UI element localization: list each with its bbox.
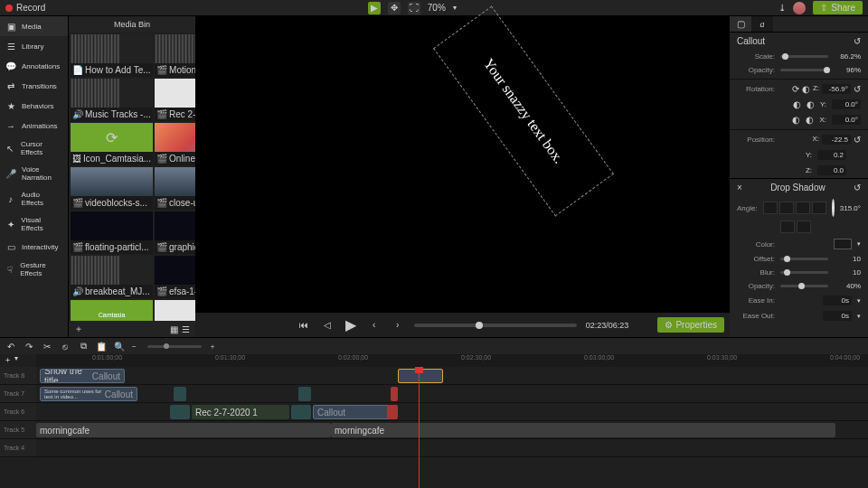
track-label[interactable]: Track 8 xyxy=(0,367,36,384)
easein-value[interactable]: 0s xyxy=(823,296,852,305)
cut-button[interactable]: ✂ xyxy=(42,341,52,352)
track-label[interactable]: Track 4 xyxy=(0,439,36,456)
zoom-level[interactable]: 70% xyxy=(428,3,446,13)
opacity-slider[interactable] xyxy=(780,69,828,71)
media-item[interactable]: 🔊breakbeat_MJ... xyxy=(71,256,153,298)
scale-slider[interactable] xyxy=(780,55,828,58)
shadow-color-well[interactable] xyxy=(834,239,852,249)
position-x[interactable]: -22.5 xyxy=(822,135,851,145)
redo-button[interactable]: ↷ xyxy=(24,341,34,352)
record-button[interactable]: Record xyxy=(5,3,45,13)
rotate-x-icon[interactable]: ◐ xyxy=(792,115,800,125)
visual-props-tab[interactable]: ▢ xyxy=(730,16,751,32)
shadow-opacity-slider[interactable] xyxy=(780,285,828,287)
clip-marker[interactable] xyxy=(391,387,398,401)
timeline-ruler[interactable]: 0:01:00;00 0:01:30;00 0:02:00;00 0:02:30… xyxy=(36,354,868,367)
clip-audio[interactable]: morningcafe xyxy=(331,423,835,437)
sidebar-item-behaviors[interactable]: ★Behaviors xyxy=(0,96,68,116)
offset-value[interactable]: 10 xyxy=(834,255,861,263)
sidebar-item-voice[interactable]: 🎤Voice Narration xyxy=(0,161,68,186)
list-view-icon[interactable]: ☰ xyxy=(182,324,190,334)
sidebar-item-annotations[interactable]: 💬Annotations xyxy=(0,56,68,76)
blur-value[interactable]: 10 xyxy=(834,268,861,277)
next-clip-button[interactable]: › xyxy=(391,318,405,333)
media-item[interactable]: 🎬Online Educati... xyxy=(155,123,195,165)
easeout-value[interactable]: 0s xyxy=(823,311,852,321)
angle-wheel[interactable] xyxy=(832,199,835,217)
reset-z-icon[interactable]: ↺ xyxy=(854,84,861,94)
sidebar-item-library[interactable]: ☰Library xyxy=(0,36,68,56)
reset-icon[interactable]: ↺ xyxy=(854,36,861,46)
blur-slider[interactable] xyxy=(780,271,828,274)
clip-video[interactable]: Rec 2-7-2020 1 xyxy=(192,405,289,419)
reset-pos-icon[interactable]: ↺ xyxy=(854,135,861,145)
edit-tool-icon[interactable]: ▶ xyxy=(368,2,381,14)
crop-tool-icon[interactable]: ⛶ xyxy=(408,2,420,14)
rotation-y[interactable]: 0.0° xyxy=(832,99,861,109)
media-item[interactable]: 🎬close-up-of-yo... xyxy=(155,167,195,210)
opacity-value[interactable]: 96% xyxy=(834,66,861,74)
position-z[interactable]: 0.0 xyxy=(817,165,846,175)
add-track-button[interactable]: ＋ xyxy=(4,354,12,366)
media-item[interactable]: 🔊Music Tracks -... xyxy=(71,79,153,121)
rotate-z-icon[interactable]: ⟳ xyxy=(792,84,799,94)
share-button[interactable]: ⇧ Share xyxy=(813,1,863,14)
zoom-dropdown-icon[interactable]: ▾ xyxy=(453,4,457,12)
add-media-button[interactable]: ＋ xyxy=(74,323,83,335)
pan-tool-icon[interactable]: ✥ xyxy=(388,2,401,14)
reset-shadow-icon[interactable]: ↺ xyxy=(854,183,861,192)
rotate-3d-icon[interactable]: ◐ xyxy=(802,84,810,94)
media-item[interactable]: 🎬floating-particl... xyxy=(71,211,153,254)
clip-audio[interactable]: morningcafe xyxy=(36,423,331,437)
canvas-stage[interactable]: Your snazzy text box. xyxy=(195,16,730,312)
clip-marker[interactable] xyxy=(174,387,186,401)
undo-button[interactable]: ↶ xyxy=(5,341,16,352)
step-back-button[interactable]: ◁ xyxy=(320,318,335,333)
media-item[interactable]: 🎬Motion Graphi... xyxy=(155,34,195,77)
paste-button[interactable]: 📋 xyxy=(96,341,107,352)
rotation-x[interactable]: 0.0° xyxy=(832,115,861,125)
clip-group[interactable] xyxy=(170,405,190,419)
sidebar-item-media[interactable]: ▣Media xyxy=(0,16,68,36)
media-item[interactable]: 📄How to Add Te... xyxy=(71,34,153,77)
sidebar-item-animations[interactable]: →Animations xyxy=(0,116,68,136)
clip-marker[interactable] xyxy=(387,405,398,419)
zoom-out-button[interactable]: 🔍 xyxy=(114,341,125,352)
media-item[interactable]: 🎬videoblocks-s... xyxy=(71,167,153,210)
position-y[interactable]: 0.2 xyxy=(817,150,846,160)
play-button[interactable]: ▶ xyxy=(344,318,358,333)
offset-slider[interactable] xyxy=(780,258,828,260)
properties-button[interactable]: ⚙ Properties xyxy=(657,317,724,333)
media-item[interactable]: Camtasia🖼Logo_Hrz_Ca... xyxy=(71,300,153,321)
clip-callout[interactable]: Show the title Callout xyxy=(40,369,125,383)
media-item[interactable]: ⟳🖼Icon_Camtasia... xyxy=(71,123,153,165)
rotate-3d-icon[interactable]: ◐ xyxy=(806,115,814,125)
shadow-opacity-value[interactable]: 40% xyxy=(834,282,861,290)
rotate-3d-icon[interactable]: ◐ xyxy=(807,99,815,109)
media-item[interactable]: 🎬graphicstock-c... xyxy=(155,211,195,254)
sidebar-item-transitions[interactable]: ⇄Transitions xyxy=(0,76,68,96)
timeline-zoom-slider[interactable] xyxy=(147,345,202,348)
media-item[interactable]: 🎬Rec 2-7-2020 1 xyxy=(155,79,195,121)
selected-callout[interactable]: Your snazzy text box. xyxy=(433,6,614,217)
media-item[interactable]: 🎬efsa-1-11-1269 xyxy=(155,256,195,298)
angle-value[interactable]: 315.0° xyxy=(840,204,861,212)
playhead[interactable]: 0:02:23;07 xyxy=(419,367,420,488)
sidebar-item-interactivity[interactable]: ▭Interactivity xyxy=(0,237,68,257)
track-label[interactable]: Track 6 xyxy=(0,403,36,420)
export-icon[interactable]: ⤓ xyxy=(778,3,786,13)
clip-callout[interactable]: Callout xyxy=(313,405,394,419)
scale-value[interactable]: 86.2% xyxy=(834,52,861,61)
split-button[interactable]: ⎋ xyxy=(60,341,71,352)
grid-view-icon[interactable]: ▦ xyxy=(170,324,178,334)
angle-presets-2[interactable] xyxy=(780,221,811,233)
clip-group[interactable] xyxy=(291,405,311,419)
prev-clip-button[interactable]: ⏮ xyxy=(297,318,311,333)
playback-scrubber[interactable] xyxy=(414,324,577,327)
user-avatar[interactable] xyxy=(793,2,806,14)
rotate-y-icon[interactable]: ◐ xyxy=(793,99,801,109)
track-options-icon[interactable]: ▾ xyxy=(14,354,18,366)
sidebar-item-cursor[interactable]: ↖Cursor Effects xyxy=(0,136,68,161)
angle-presets[interactable] xyxy=(763,202,826,214)
track-label[interactable]: Track 7 xyxy=(0,385,36,402)
